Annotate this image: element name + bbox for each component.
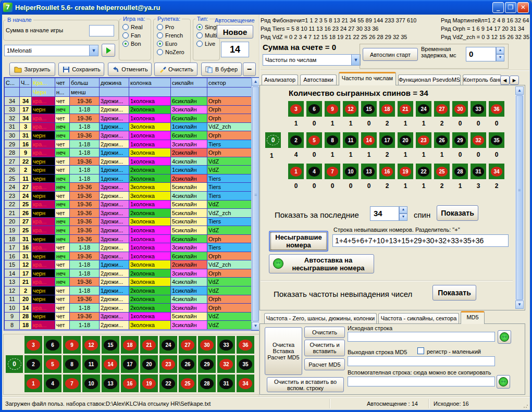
roulette-number-21[interactable]: 21 (398, 101, 413, 117)
roulette-number-34[interactable]: 34 (237, 374, 254, 392)
chevron-down-icon[interactable]: ▼ (89, 45, 98, 56)
roulette-number-6[interactable]: 6 (44, 336, 61, 354)
scroll-down-icon[interactable]: ▼ (252, 322, 259, 330)
roulette-number-11[interactable]: 11 (82, 355, 100, 373)
md5-calc-icon-button[interactable] (498, 330, 511, 344)
roulette-number-26[interactable]: 26 (434, 132, 450, 148)
roulette-number-5[interactable]: 5 (306, 132, 322, 148)
column-header[interactable]: С... (5, 78, 20, 88)
title-bar[interactable]: 7 HelperRoullet 5.6- create helperroulle… (0, 0, 532, 15)
roulette-number-31[interactable]: 31 (471, 164, 486, 179)
roulette-number-12[interactable]: 12 (343, 101, 358, 117)
roulette-number-12[interactable]: 12 (82, 336, 100, 354)
table-row[interactable]: 2916кра...чет1-182дюжи...1колонка3сиклай… (5, 140, 252, 148)
column-header[interactable]: чет (55, 78, 70, 88)
roulette-number-0[interactable]: 0 (265, 132, 281, 148)
show-last-button[interactable]: Показать (437, 205, 478, 221)
table-row[interactable]: 1831черннеч19-363дюжи...1колонка6сиклайн… (5, 234, 252, 243)
table-row[interactable]: 3234кра...чет19-363дюжи...1колонка6сикла… (5, 114, 252, 123)
radio-option-french[interactable]: French (157, 32, 190, 39)
delay-value[interactable]: 0 (466, 47, 496, 61)
radio-option-nozero[interactable]: NoZero (157, 49, 190, 55)
roulette-number-15[interactable]: 15 (361, 101, 377, 117)
roulette-number-4[interactable]: 4 (306, 164, 322, 179)
toolbar-clear-button[interactable]: Очистить (154, 63, 197, 76)
column-header[interactable] (129, 88, 171, 97)
roulette-number-3[interactable]: 3 (24, 336, 42, 354)
table-row[interactable]: 2126чернчет19-363дюжи...2колонка5сиклайн… (5, 209, 252, 218)
roulette-number-15[interactable]: 15 (102, 336, 119, 354)
roulette-number-14[interactable]: 14 (361, 132, 377, 148)
spin-down-icon[interactable]: ▼ (496, 54, 504, 61)
radio-icon[interactable] (157, 49, 163, 55)
play-button[interactable] (102, 44, 115, 57)
tab-2[interactable]: Автоставки (300, 74, 337, 85)
tab-3[interactable]: Частоты по числам (339, 72, 396, 85)
table-row[interactable]: 2722чернчет19-362дюжи...1колонка4сиклайн… (5, 157, 252, 166)
roulette-number-29[interactable]: 29 (452, 132, 468, 148)
column-header[interactable]: н... (55, 88, 70, 97)
roulette-number-9[interactable]: 9 (63, 336, 81, 354)
table-row[interactable]: 289кра...неч1-181дюжи...3колонка2сиклайн… (5, 148, 252, 157)
roulette-number-33[interactable]: 33 (217, 336, 235, 354)
spin-up-icon[interactable]: ▲ (496, 47, 504, 54)
roulette-number-3[interactable]: 3 (288, 101, 304, 117)
roulette-number-24[interactable]: 24 (159, 336, 177, 354)
table-row[interactable]: 2427кра...неч19-363дюжи...3колонка5сикла… (5, 183, 252, 192)
toolbar-collapse-button[interactable]: − (243, 63, 256, 76)
roulette-number-28[interactable]: 28 (198, 374, 216, 392)
column-header[interactable] (171, 88, 207, 97)
roulette-number-13[interactable]: 13 (361, 164, 377, 179)
roulette-number-21[interactable]: 21 (140, 336, 158, 354)
roulette-number-4[interactable]: 4 (44, 374, 61, 392)
roulette-number-31[interactable]: 31 (217, 374, 235, 392)
toolbar-copy-button[interactable]: В буфер (201, 63, 242, 76)
roulette-number-7[interactable]: 7 (325, 164, 340, 179)
roulette-number-16[interactable]: 16 (379, 164, 395, 179)
roulette-number-29[interactable]: 29 (198, 355, 216, 373)
md5-clear-button[interactable]: Очистить (304, 327, 345, 338)
roulette-number-1[interactable]: 1 (288, 164, 304, 179)
roulette-number-25[interactable]: 25 (434, 164, 450, 179)
roulette-number-0[interactable]: 0 (6, 355, 23, 373)
table-row[interactable]: 3434кра...чет19-363дюжи...1колонка6сикла… (5, 97, 252, 106)
column-header[interactable]: сиклайн (171, 78, 207, 88)
roulette-number-32[interactable]: 32 (217, 355, 235, 373)
minimize-button[interactable]: _ (492, 2, 504, 13)
autoshift-value[interactable]: 14 (221, 42, 249, 57)
roulette-number-7[interactable]: 7 (63, 374, 81, 392)
roulette-number-8[interactable]: 8 (63, 355, 81, 373)
autobet-missed-button[interactable]: Автоставка на несыгравшие номера (269, 254, 374, 273)
radio-option-bon[interactable]: Bon (122, 41, 151, 47)
roulette-number-34[interactable]: 34 (489, 164, 504, 179)
radio-option-fan[interactable]: Fan (122, 32, 151, 39)
radio-icon[interactable] (157, 41, 163, 47)
column-header[interactable]: колонка (129, 78, 171, 88)
roulette-number-14[interactable]: 14 (102, 355, 119, 373)
resize-grip[interactable] (523, 403, 529, 409)
table-row[interactable]: 1120чернчет19-362дюжи...2колонка4сиклайн… (5, 295, 252, 304)
missed-numbers-button[interactable]: Несыгравшие номера (269, 231, 328, 252)
mode-combobox[interactable]: Частоты по числам ▼ (263, 54, 361, 66)
md5-big-button[interactable]: ОчисткаВставкаРасчет MD5 (265, 327, 302, 375)
roulette-number-26[interactable]: 26 (179, 355, 196, 373)
tab-scroll-right-icon[interactable]: ► (510, 76, 519, 85)
radio-option-live[interactable]: Live (196, 41, 219, 47)
roulette-number-5[interactable]: 5 (44, 355, 61, 373)
radio-option-pro[interactable]: Pro (157, 24, 190, 30)
roulette-number-35[interactable]: 35 (237, 355, 254, 373)
table-row[interactable]: 1417черннеч1-182дюжи...2колонка3сиклайнO… (5, 269, 252, 278)
roulette-number-20[interactable]: 20 (140, 355, 158, 373)
table-row[interactable]: 928чернчет19-363дюжи...1колонка5сиклайнV… (5, 312, 252, 321)
roulette-number-25[interactable]: 25 (179, 374, 196, 392)
table-row[interactable]: 1716кра...чет1-182дюжи...1колонка3сиклай… (5, 243, 252, 252)
table-row[interactable]: 3031черннеч19-363дюжи...1колонка6сиклайн… (5, 131, 252, 140)
roulette-number-17[interactable]: 17 (121, 355, 139, 373)
bottom-tab-1[interactable]: Частота - Zero, шансы, дюжины, колонки (264, 313, 377, 323)
roulette-number-27[interactable]: 27 (179, 336, 196, 354)
bottom-tab-2[interactable]: Частота - сиклайны, сектора (378, 313, 459, 323)
roulette-number-33[interactable]: 33 (471, 101, 486, 117)
scroll-up-icon[interactable]: ▲ (515, 86, 524, 95)
column-header[interactable]: Ч... (20, 78, 32, 88)
show-last-value[interactable]: 34 (370, 206, 399, 221)
